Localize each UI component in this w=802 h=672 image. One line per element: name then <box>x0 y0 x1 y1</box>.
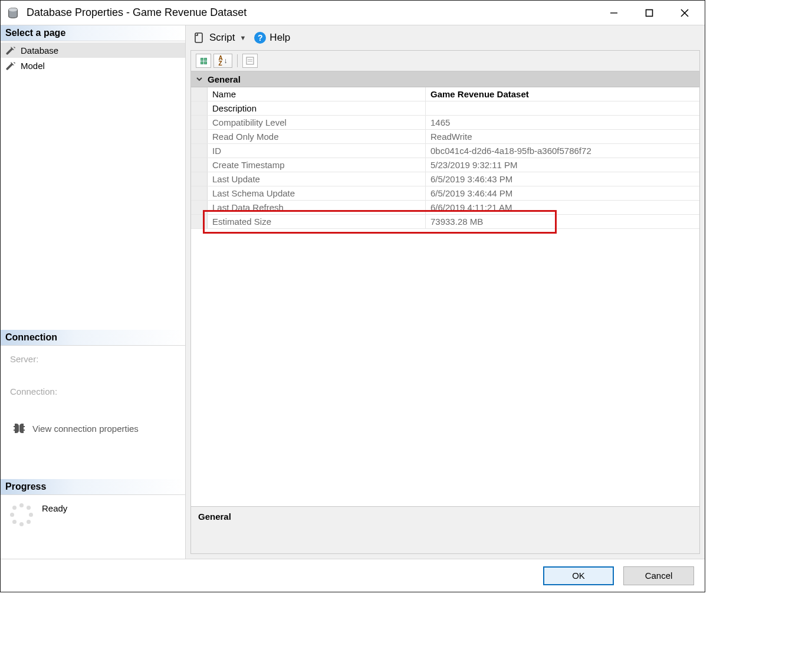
property-pages-button[interactable] <box>242 54 258 68</box>
dialog-footer: OK Cancel <box>1 559 705 592</box>
property-label: Create Timestamp <box>208 158 426 172</box>
property-value: 0bc041c4-d2d6-4a18-95fb-a360f5786f72 <box>426 144 699 158</box>
connection-header: Connection <box>1 330 185 346</box>
property-value: 6/5/2019 3:46:43 PM <box>426 172 699 186</box>
property-toolbar: AZ↓ <box>191 51 699 71</box>
script-label: Script <box>209 32 235 44</box>
property-label: ID <box>208 144 426 158</box>
row-gutter <box>191 186 208 200</box>
property-value: 6/6/2019 4:11:21 AM <box>426 201 699 214</box>
property-value: 73933.28 MB <box>426 215 699 228</box>
view-connection-properties-link[interactable]: View connection properties <box>10 419 176 440</box>
content-wrap: AZ↓ General NameGame Revenue DatasetDes <box>190 50 700 554</box>
svg-rect-7 <box>246 57 254 64</box>
property-description-panel: General <box>191 506 699 553</box>
connection-icon <box>10 421 27 435</box>
main-panel: Script ▼ ? Help AZ↓ <box>186 25 705 559</box>
select-page-header: Select a page <box>1 25 185 41</box>
chevron-down-icon: ▼ <box>239 34 246 41</box>
property-label: Name <box>208 87 426 101</box>
property-label: Last Data Refresh <box>208 201 426 214</box>
row-gutter <box>191 158 208 172</box>
property-label: Compatibility Level <box>208 116 426 129</box>
view-connection-properties-label: View connection properties <box>32 424 139 434</box>
server-label: Server: <box>10 354 176 364</box>
dialog-window: Database Properties - Game Revenue Datas… <box>0 0 705 592</box>
cancel-button[interactable]: Cancel <box>623 566 694 585</box>
main-toolbar: Script ▼ ? Help <box>186 25 705 50</box>
script-button[interactable]: Script ▼ <box>190 30 248 45</box>
titlebar: Database Properties - Game Revenue Datas… <box>1 1 705 25</box>
property-label: Estimated Size <box>208 215 426 228</box>
connection-label: Connection: <box>10 386 176 396</box>
svg-point-1 <box>9 8 18 11</box>
property-value: ReadWrite <box>426 130 699 143</box>
property-row: Read Only ModeReadWrite <box>191 130 699 144</box>
progress-body: Ready <box>1 495 185 535</box>
property-label: Last Schema Update <box>208 186 426 200</box>
property-label: Last Update <box>208 172 426 186</box>
ok-button[interactable]: OK <box>543 566 614 585</box>
sidebar-item-label: Database <box>21 45 58 55</box>
row-gutter <box>191 215 208 228</box>
row-gutter <box>191 116 208 129</box>
row-gutter <box>191 101 208 115</box>
property-grid: General NameGame Revenue DatasetDescript… <box>191 71 699 553</box>
property-value[interactable] <box>426 101 699 115</box>
property-row: ID0bc041c4-d2d6-4a18-95fb-a360f5786f72 <box>191 144 699 158</box>
wrench-icon <box>4 59 17 72</box>
close-button[interactable] <box>667 1 702 25</box>
property-row: Create Timestamp5/23/2019 9:32:11 PM <box>191 158 699 172</box>
help-button[interactable]: ? Help <box>252 31 292 45</box>
property-row: Compatibility Level1465 <box>191 116 699 130</box>
sidebar: Select a page Database Model Connection <box>1 25 186 559</box>
progress-status: Ready <box>42 503 67 513</box>
progress-header: Progress <box>1 479 185 495</box>
property-row: Estimated Size73933.28 MB <box>191 215 699 229</box>
property-label: Read Only Mode <box>208 130 426 143</box>
script-icon <box>193 31 206 44</box>
row-gutter <box>191 172 208 186</box>
window-controls <box>596 1 702 25</box>
row-gutter <box>191 87 208 101</box>
row-gutter <box>191 144 208 158</box>
maximize-button[interactable] <box>632 1 667 25</box>
connection-body: Server: Connection: View connection prop… <box>1 346 185 444</box>
property-value: 1465 <box>426 116 699 129</box>
window-title: Database Properties - Game Revenue Datas… <box>27 6 246 19</box>
group-label: General <box>208 74 241 84</box>
database-icon <box>5 5 21 21</box>
row-gutter <box>191 130 208 143</box>
sidebar-item-label: Model <box>21 61 45 71</box>
property-label: Description <box>208 101 426 115</box>
help-icon: ? <box>254 32 266 44</box>
property-row: Last Update6/5/2019 3:46:43 PM <box>191 172 699 186</box>
property-row[interactable]: NameGame Revenue Dataset <box>191 87 699 101</box>
wrench-icon <box>4 44 17 57</box>
minimize-button[interactable] <box>596 1 632 25</box>
alphabetical-sort-button[interactable]: AZ↓ <box>213 54 232 68</box>
property-value: 5/23/2019 9:32:11 PM <box>426 158 699 172</box>
property-row: Last Schema Update6/5/2019 3:46:44 PM <box>191 186 699 201</box>
svg-rect-6 <box>195 33 202 42</box>
property-group-header[interactable]: General <box>191 71 699 87</box>
page-list: Database Model <box>1 41 185 73</box>
svg-rect-3 <box>646 9 653 16</box>
property-value[interactable]: Game Revenue Dataset <box>426 87 699 101</box>
property-value: 6/5/2019 3:46:44 PM <box>426 186 699 200</box>
property-row: Last Data Refresh6/6/2019 4:11:21 AM <box>191 201 699 215</box>
collapse-icon[interactable] <box>191 71 208 87</box>
sidebar-item-database[interactable]: Database <box>1 42 185 58</box>
categorize-button[interactable] <box>196 54 211 68</box>
description-title: General <box>198 512 231 522</box>
help-label: Help <box>269 32 290 44</box>
progress-spinner-icon <box>10 503 34 527</box>
row-gutter <box>191 201 208 214</box>
sidebar-item-model[interactable]: Model <box>1 58 185 73</box>
toolbar-divider <box>237 54 238 67</box>
property-row[interactable]: Description <box>191 101 699 116</box>
